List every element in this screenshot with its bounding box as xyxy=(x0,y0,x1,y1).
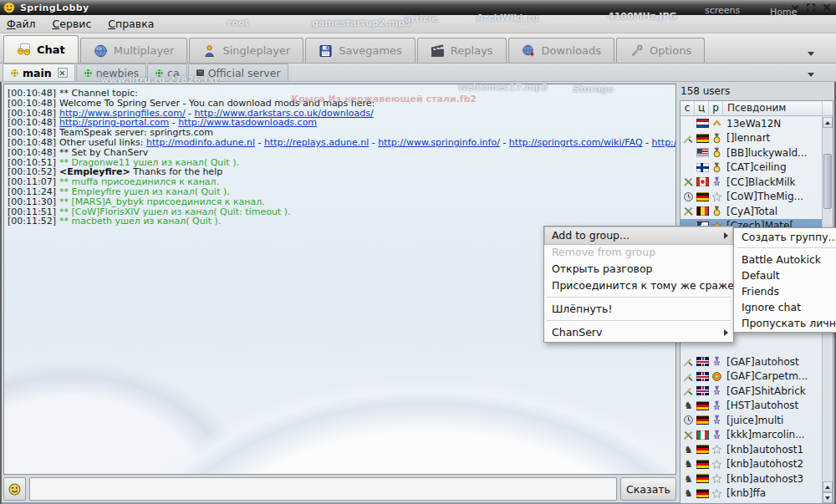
medal-gold-icon xyxy=(711,162,722,173)
user-list-item[interactable]: 13eWa12N xyxy=(681,116,833,131)
user-nickname: [knb]ffa xyxy=(724,487,766,499)
menu-item[interactable]: Remove from group xyxy=(545,244,732,261)
chat-tab-official-server[interactable]: Official server xyxy=(188,64,288,81)
user-list-item[interactable]: ♞[HST]autohost xyxy=(681,399,833,414)
scroll-thumb[interactable] xyxy=(823,154,832,209)
user-list-item[interactable]: [juice]multi xyxy=(681,413,833,428)
menu-item-label: Пропускать личное xyxy=(742,317,836,329)
scroll-up-button-bottom[interactable] xyxy=(823,481,833,492)
column-header-nickname[interactable]: Псевдоним xyxy=(723,101,823,115)
user-list-item[interactable]: [knb]Sereiva xyxy=(681,501,833,503)
chat-tab-newbies[interactable]: newbies xyxy=(76,64,146,81)
chat-message-input[interactable] xyxy=(29,477,617,501)
menubar-item-2[interactable]: Справка xyxy=(108,18,154,30)
column-header-country[interactable]: ц xyxy=(695,101,709,115)
channel-icon xyxy=(84,69,93,78)
add-to-group-submenu: Создать группу...Battle AutokickDefaultF… xyxy=(733,227,836,333)
star-outline-icon xyxy=(711,444,722,455)
tab-options[interactable]: Options xyxy=(616,38,705,63)
user-list-item[interactable]: [CyA]Total xyxy=(681,204,833,219)
chat-link[interactable]: http://www.springinfo.info/ xyxy=(378,137,500,148)
tab-multiplayer[interactable]: Multiplayer xyxy=(80,38,188,63)
tab-downloads[interactable]: Downloads xyxy=(508,38,614,63)
chat-text: - xyxy=(255,137,264,148)
menu-item[interactable]: Add to group... xyxy=(545,227,732,244)
menu-item[interactable]: Шлёпнуть! xyxy=(545,301,732,318)
user-list-item[interactable]: [CC]BlackMilk xyxy=(681,175,833,190)
user-list-item[interactable]: []lennart xyxy=(681,131,833,146)
chat-tab-main[interactable]: main xyxy=(3,64,75,81)
chat-text: - xyxy=(500,137,509,148)
chat-tab-overflow-arrow-icon[interactable] xyxy=(808,73,814,77)
menu-item[interactable]: Ignore chat xyxy=(735,299,836,315)
menu-item[interactable]: Создать группу... xyxy=(735,229,836,245)
swords-icon xyxy=(683,206,694,216)
column-header-status[interactable]: с xyxy=(681,101,695,115)
flag-be-icon xyxy=(696,206,709,216)
user-list-item[interactable]: [GAF]Carpetm... xyxy=(681,369,833,384)
maximize-button[interactable] xyxy=(804,2,817,13)
chat-input-row: Сказать xyxy=(3,477,676,501)
chat-link[interactable]: http://springrts.com/wiki/FAQ xyxy=(509,137,643,148)
menu-item[interactable]: Default xyxy=(735,267,836,283)
user-nickname: [CoW]TheMig... xyxy=(724,191,803,202)
user-nickname: [CyA]Total xyxy=(724,206,777,217)
swords-icon xyxy=(683,430,694,440)
minimize-button[interactable] xyxy=(788,2,801,13)
menu-item[interactable]: Battle Autokick xyxy=(735,252,836,267)
send-button[interactable]: Сказать xyxy=(620,477,676,501)
tab-replays[interactable]: Replays xyxy=(417,38,507,63)
user-list-item[interactable]: [CAT]ceiling xyxy=(681,160,833,176)
user-list-item[interactable]: ♞[knb]autohost1 xyxy=(681,442,833,457)
menu-item[interactable]: ChanServ xyxy=(545,324,732,341)
chat-tab-ca[interactable]: ca xyxy=(147,64,187,81)
menubar-item-0[interactable]: Файл xyxy=(7,18,36,30)
user-list-item[interactable]: [BB]luckywald... xyxy=(681,145,833,160)
close-tab-button[interactable] xyxy=(58,68,68,78)
flag-de-icon xyxy=(696,460,709,469)
flag-gb-icon xyxy=(696,372,709,381)
user-nickname: [kkk]marcolin... xyxy=(724,429,805,440)
tab-savegames[interactable]: Savegames xyxy=(305,38,415,63)
tab-chat[interactable]: Chat xyxy=(3,35,79,63)
user-nickname: 13eWa12N xyxy=(724,118,781,130)
menu-separator xyxy=(737,247,836,249)
user-list-item[interactable]: [CoW]TheMig... xyxy=(681,190,833,205)
title-bar[interactable]: SpringLobby xyxy=(0,0,836,15)
chevron-gold-icon xyxy=(711,118,722,129)
user-list-header[interactable]: с ц р Псевдоним xyxy=(681,101,833,116)
menu-item[interactable]: Friends xyxy=(735,283,836,299)
column-header-rank[interactable]: р xyxy=(709,101,723,115)
sword-icon xyxy=(683,133,694,144)
chat-link[interactable]: http://springinfo.info/guides/ xyxy=(652,137,676,148)
user-list-item[interactable]: ♞[knb]autohost2 xyxy=(681,457,833,472)
chat-link[interactable]: http://replays.adune.nl xyxy=(264,137,369,148)
menu-item[interactable]: Открыть разговор xyxy=(545,261,732,277)
user-list-item[interactable]: [GAF]ShitAbrick xyxy=(681,384,833,399)
medal-gold-icon xyxy=(711,147,722,158)
menubar-item-1[interactable]: Сервис xyxy=(53,18,92,30)
user-nickname: [knb]autohost2 xyxy=(724,458,803,470)
tab-singleplayer[interactable]: Singleplayer xyxy=(189,38,303,63)
close-button[interactable] xyxy=(820,2,833,13)
user-list-item[interactable]: [GAF]autohost xyxy=(681,354,833,369)
menu-item[interactable]: Присоединится к тому же сражению xyxy=(545,277,732,294)
user-list-item[interactable]: [kkk]marcolin... xyxy=(681,428,833,443)
chat-tab-label: main xyxy=(23,67,52,79)
medal-purple-icon xyxy=(711,430,722,440)
scroll-up-button[interactable] xyxy=(823,117,833,128)
chat-link[interactable]: http://modinfo.adune.nl xyxy=(146,137,255,148)
menu-bar: ФайлСервисСправка xyxy=(0,15,836,33)
menu-item-label: Ignore chat xyxy=(742,301,801,313)
server-icon xyxy=(196,69,205,78)
user-list-item[interactable]: ♞[knb]autohost3 xyxy=(681,471,833,486)
user-list-item[interactable]: ♞[knb]ffa xyxy=(681,486,833,501)
scroll-down-button[interactable] xyxy=(823,492,833,503)
tab-overflow-arrow-icon[interactable] xyxy=(808,52,814,56)
emoticon-button[interactable] xyxy=(3,477,26,501)
menu-item[interactable]: Пропускать личное xyxy=(735,315,836,331)
flag-de-icon xyxy=(696,401,709,410)
user-nickname: []lennart xyxy=(724,132,770,144)
submenu-arrow-icon xyxy=(724,232,728,239)
chat-text: - xyxy=(369,137,378,148)
